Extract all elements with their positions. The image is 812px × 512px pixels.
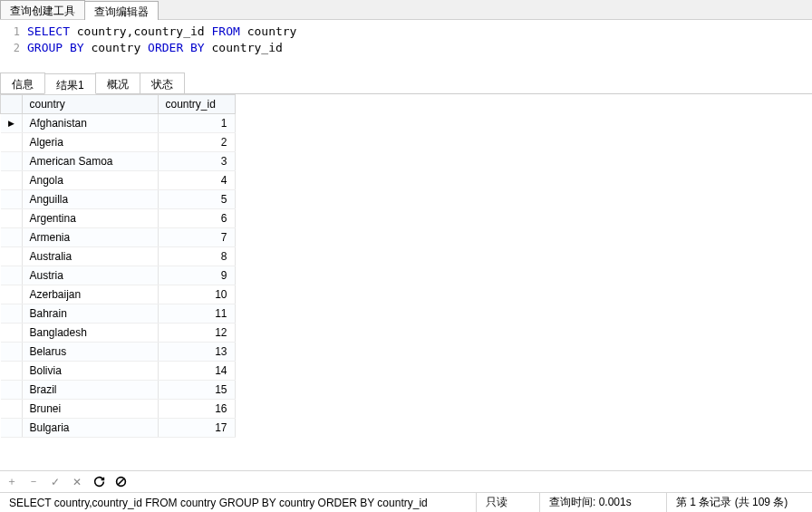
table-row[interactable]: Brunei16 [1,400,236,419]
row-marker [1,247,23,266]
cell-country-id[interactable]: 17 [158,419,235,438]
svg-line-1 [117,478,124,486]
row-marker [1,400,23,419]
table-row[interactable]: Anguilla5 [1,190,236,209]
table-row[interactable]: Bulgaria17 [1,419,236,438]
cell-country[interactable]: Bulgaria [22,419,158,438]
grid-toolbar: ＋ － ✓ ✕ [0,470,812,492]
column-header-country-id[interactable]: country_id [158,95,235,114]
cell-country[interactable]: Brunei [22,400,158,419]
line-number: 2 [0,40,27,56]
row-marker [1,266,23,285]
row-marker [1,209,23,228]
row-marker [1,133,23,152]
result-tabs: 信息结果1概况状态 [0,72,812,94]
cell-country[interactable]: Belarus [22,343,158,362]
editor-tabs: 查询创建工具查询编辑器 [0,0,812,20]
table-row[interactable]: Brazil15 [1,381,236,400]
cell-country[interactable]: Bolivia [22,362,158,381]
cell-country-id[interactable]: 13 [158,343,235,362]
cell-country[interactable]: Brazil [22,381,158,400]
result-tab[interactable]: 状态 [140,72,185,93]
line-number: 1 [0,24,27,40]
row-marker [1,362,23,381]
status-mode: 只读 [477,493,540,512]
status-bar: SELECT country,country_id FROM country G… [0,492,812,512]
table-row[interactable]: Angola4 [1,171,236,190]
row-marker [1,324,23,343]
sql-editor[interactable]: 1SELECT country,country_id FROM country2… [0,20,812,72]
sql-line[interactable]: SELECT country,country_id FROM country [27,24,296,40]
cell-country[interactable]: Afghanistan [22,114,158,133]
add-row-icon[interactable]: ＋ [5,476,18,488]
result-tab[interactable]: 结果1 [44,73,96,94]
cell-country[interactable]: Bangladesh [22,324,158,343]
cell-country-id[interactable]: 12 [158,324,235,343]
cell-country-id[interactable]: 10 [158,285,235,304]
cell-country-id[interactable]: 14 [158,362,235,381]
cell-country-id[interactable]: 11 [158,304,235,324]
refresh-icon[interactable] [92,476,105,488]
cell-country[interactable]: Bahrain [22,304,158,324]
table-row[interactable]: Australia8 [1,247,236,266]
column-header-country[interactable]: country [22,95,158,114]
status-time: 查询时间: 0.001s [540,493,667,512]
cell-country[interactable]: Angola [22,171,158,190]
status-query: SELECT country,country_id FROM country G… [0,493,477,512]
editor-tab[interactable]: 查询创建工具 [0,0,85,19]
row-marker [1,419,23,438]
cell-country-id[interactable]: 2 [158,133,235,152]
row-marker [1,343,23,362]
cell-country[interactable]: Argentina [22,209,158,228]
cell-country-id[interactable]: 7 [158,228,235,247]
status-records: 第 1 条记录 (共 109 条) [667,493,812,512]
table-row[interactable]: Azerbaijan10 [1,285,236,304]
table-row[interactable]: American Samoa3 [1,152,236,171]
result-grid-wrap[interactable]: country country_id ▶Afghanistan1Algeria2… [0,94,812,470]
remove-row-icon[interactable]: － [27,476,40,488]
cell-country[interactable]: Australia [22,247,158,266]
cell-country-id[interactable]: 8 [158,247,235,266]
row-marker-header [1,95,23,114]
cell-country-id[interactable]: 5 [158,190,235,209]
cancel-icon[interactable]: ✕ [71,476,83,488]
cell-country[interactable]: Algeria [22,133,158,152]
sql-line[interactable]: GROUP BY country ORDER BY country_id [27,40,283,56]
table-row[interactable]: Algeria2 [1,133,236,152]
result-tab[interactable]: 信息 [0,72,45,93]
confirm-icon[interactable]: ✓ [49,476,62,488]
table-row[interactable]: Belarus13 [1,343,236,362]
cell-country-id[interactable]: 1 [158,114,235,133]
cell-country[interactable]: Azerbaijan [22,285,158,304]
result-grid: country country_id ▶Afghanistan1Algeria2… [0,94,236,438]
cell-country-id[interactable]: 15 [158,381,235,400]
table-row[interactable]: Armenia7 [1,228,236,247]
cell-country-id[interactable]: 3 [158,152,235,171]
table-row[interactable]: Bangladesh12 [1,324,236,343]
table-row[interactable]: Bahrain11 [1,304,236,324]
stop-icon[interactable] [114,476,127,488]
cell-country-id[interactable]: 4 [158,171,235,190]
cell-country[interactable]: American Samoa [22,152,158,171]
result-tab[interactable]: 概况 [95,72,140,93]
row-marker [1,152,23,171]
table-row[interactable]: Argentina6 [1,209,236,228]
row-marker [1,304,23,324]
row-marker: ▶ [1,114,23,133]
row-marker [1,381,23,400]
cell-country-id[interactable]: 6 [158,209,235,228]
row-marker [1,228,23,247]
row-marker [1,190,23,209]
cell-country[interactable]: Armenia [22,228,158,247]
row-marker [1,285,23,304]
table-row[interactable]: Bolivia14 [1,362,236,381]
row-marker [1,171,23,190]
cell-country[interactable]: Anguilla [22,190,158,209]
cell-country-id[interactable]: 9 [158,266,235,285]
cell-country-id[interactable]: 16 [158,400,235,419]
table-row[interactable]: ▶Afghanistan1 [1,114,236,133]
table-row[interactable]: Austria9 [1,266,236,285]
editor-tab[interactable]: 查询编辑器 [84,1,159,20]
cell-country[interactable]: Austria [22,266,158,285]
